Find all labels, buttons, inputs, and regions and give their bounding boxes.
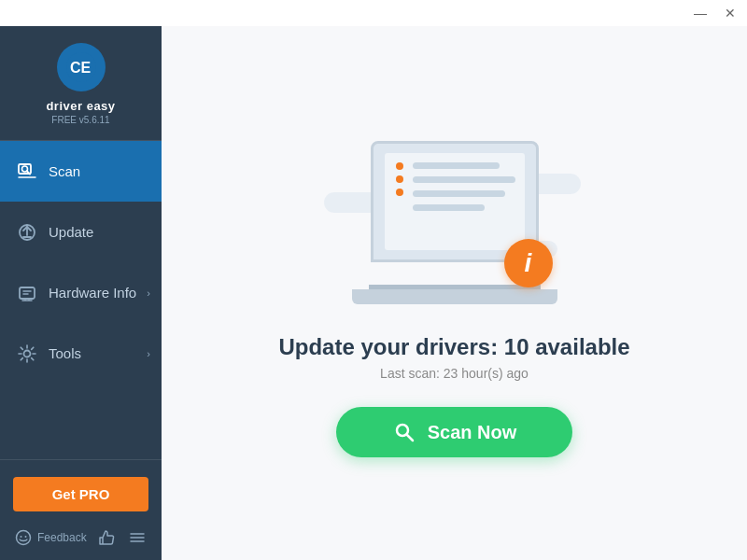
nav-items: Scan Update [0,141,162,459]
sidebar-item-tools[interactable]: Tools › [0,323,162,384]
svg-point-15 [24,350,31,357]
logo-version: FREE v5.6.11 [51,115,109,125]
get-pro-button[interactable]: Get PRO [13,477,148,511]
sidebar-item-hardware-info[interactable]: Hardware Info › [0,262,162,323]
screen-line-4 [413,204,485,211]
list-item-btn[interactable] [128,528,147,547]
svg-line-23 [407,435,413,441]
screen-line-1 [413,162,500,169]
svg-text:CE: CE [70,60,92,76]
laptop-base [352,289,557,304]
update-icon [15,220,39,245]
sidebar: CE driver easy FREE v5.6.11 [0,26,162,560]
laptop-wrap: i [352,141,557,304]
sidebar-item-label-tools: Tools [49,345,81,361]
main-title: Update your drivers: 10 available [278,334,629,360]
sidebar-item-update[interactable]: Update [0,202,162,262]
titlebar: — ✕ [0,0,747,26]
laptop-hinge [369,285,541,289]
feedback-icon [15,529,32,546]
sidebar-item-scan[interactable]: Scan [0,141,162,202]
main-subtitle: Last scan: 23 hour(s) ago [380,366,529,381]
hardware-info-icon [15,281,39,305]
svg-point-16 [17,531,31,545]
sidebar-item-label-scan: Scan [49,163,80,179]
scan-now-label: Scan Now [428,422,517,443]
svg-rect-9 [20,287,35,299]
list-icon [128,528,147,547]
laptop-screen-inner [385,153,525,250]
app-window: — ✕ CE driver easy FREE v5.6.11 [0,0,747,560]
screen-dot-2 [396,175,403,183]
feedback-label: Feedback [37,531,87,544]
illustration: i [333,129,576,315]
tools-arrow-icon: › [147,348,150,359]
footer-icons: Feedback [0,523,162,551]
logo-icon: CE [57,43,106,91]
minimize-button[interactable]: — [691,4,710,22]
sidebar-footer: Get PRO Feedback [0,459,162,560]
main-content: CE driver easy FREE v5.6.11 [0,26,747,560]
thumbs-up-icon [98,528,117,547]
info-badge: i [504,239,553,287]
close-button[interactable]: ✕ [721,4,740,22]
scan-icon [15,160,39,184]
sidebar-logo: CE driver easy FREE v5.6.11 [0,26,162,141]
sidebar-item-label-update: Update [49,224,93,240]
svg-point-18 [25,536,27,538]
main-panel: i Update your drivers: 10 available Last… [162,26,747,560]
thumbs-up-item[interactable] [98,528,117,547]
sidebar-item-label-hardware-info: Hardware Info [49,285,136,301]
feedback-item[interactable]: Feedback [15,529,87,546]
screen-dot-3 [396,189,403,196]
screen-line-2 [413,176,515,183]
hardware-info-arrow-icon: › [147,287,150,299]
scan-now-icon [392,420,416,444]
logo-text: driver easy [46,99,115,113]
screen-line-3 [413,190,505,197]
scan-now-button[interactable]: Scan Now [336,407,573,457]
svg-point-17 [21,536,22,538]
tools-icon [15,342,39,366]
screen-dot-1 [396,162,403,170]
